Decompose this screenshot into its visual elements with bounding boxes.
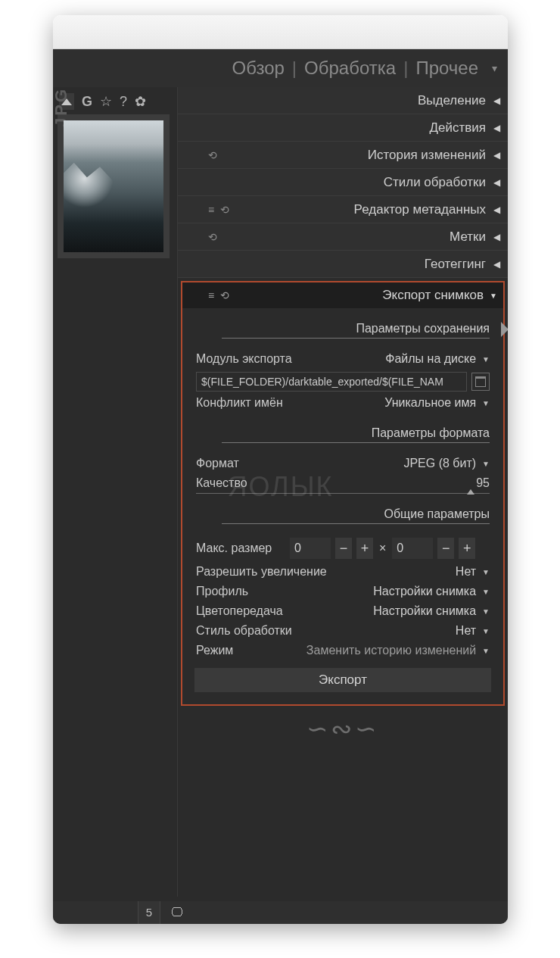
width-minus-button[interactable]: − <box>335 538 352 559</box>
height-plus-button[interactable]: + <box>459 538 475 559</box>
reset-icon[interactable]: ⟲ <box>208 149 217 161</box>
panel-header[interactable]: Действия◀ <box>178 114 508 142</box>
caret-down-icon: ▼ <box>490 292 497 300</box>
section-general-options: Общие параметры <box>222 507 490 524</box>
mode-label: Режим <box>196 644 306 657</box>
export-panel: ≡ ⟲ Экспорт снимков ▼ Параметры сохранен… <box>181 281 505 706</box>
dropdown-icon[interactable]: ▼ <box>482 355 490 364</box>
reset-icon[interactable]: ⟲ <box>220 204 229 216</box>
intent-label: Цветопередача <box>196 604 373 618</box>
export-path-input[interactable] <box>196 372 467 392</box>
panel-header[interactable]: Стили обработки◀ <box>178 169 508 196</box>
tab-separator: | <box>403 58 408 79</box>
max-size-label: Макс. размер <box>196 541 285 555</box>
panel-header[interactable]: ⟲Метки◀ <box>178 223 508 251</box>
panel-expand-handle[interactable] <box>501 322 508 337</box>
caret-left-icon: ◀ <box>493 150 500 161</box>
style-label: Стиль обработки <box>196 624 456 638</box>
slider-handle-icon[interactable] <box>467 489 474 495</box>
panel-title: Метки <box>450 229 486 245</box>
quality-slider[interactable]: Качество 95 <box>196 476 490 494</box>
tab-separator: | <box>292 58 297 79</box>
panel-header[interactable]: ≡⟲Редактор метаданных◀ <box>178 196 508 223</box>
star-icon[interactable]: ☆ <box>100 93 112 110</box>
tab-other[interactable]: Прочее <box>415 58 478 79</box>
display-icon[interactable]: 🖵 <box>171 906 183 919</box>
caret-left-icon: ◀ <box>493 95 500 106</box>
view-tabs: Обзор | Обработка | Прочее ▾ <box>53 49 508 87</box>
upscale-label: Разрешить увеличение <box>196 565 456 579</box>
caret-left-icon: ◀ <box>493 204 500 215</box>
menu-icon[interactable]: ≡ <box>208 204 214 216</box>
grouping-icon[interactable]: G <box>82 94 92 110</box>
format-label: Формат <box>196 457 403 470</box>
width-input[interactable] <box>290 538 331 559</box>
tab-darkroom[interactable]: Обработка <box>304 58 396 79</box>
thumbnail-image <box>64 120 163 252</box>
panel-title: История изменений <box>368 148 486 163</box>
style-value[interactable]: Нет <box>456 624 476 638</box>
section-storage-options: Параметры сохранения <box>222 322 490 339</box>
reset-icon[interactable]: ⟲ <box>220 289 229 301</box>
width-plus-button[interactable]: + <box>356 538 373 559</box>
panel-title: Выделение <box>418 93 486 108</box>
decorative-flourish-icon: ∽∾∽ <box>178 713 508 744</box>
format-value[interactable]: JPEG (8 бит) <box>403 457 476 470</box>
tab-lighttable[interactable]: Обзор <box>232 58 285 79</box>
panel-title: Геотеггинг <box>425 257 486 272</box>
caret-left-icon: ◀ <box>493 177 500 188</box>
dropdown-icon[interactable]: ▼ <box>482 588 490 596</box>
window-titlebar <box>53 15 508 49</box>
section-format-options: Параметры формата <box>222 426 490 443</box>
export-title: Экспорт снимков <box>382 288 484 303</box>
caret-left-icon: ◀ <box>493 232 500 242</box>
conflict-value[interactable]: Уникальное имя <box>384 396 476 410</box>
dropdown-icon[interactable]: ▼ <box>482 568 490 576</box>
upscale-value[interactable]: Нет <box>456 565 476 579</box>
height-input[interactable] <box>392 538 433 559</box>
export-module-label: Модуль экспорта <box>196 352 385 366</box>
image-count: 5 <box>138 901 160 924</box>
times-symbol: × <box>379 541 386 555</box>
panel-header[interactable]: Геотеггинг◀ <box>178 251 508 278</box>
export-module-value[interactable]: Файлы на диске <box>385 352 476 366</box>
quality-label: Качество <box>196 476 476 490</box>
chevron-down-icon[interactable]: ▾ <box>492 62 497 74</box>
mode-value[interactable]: Заменить историю изменений <box>306 644 476 657</box>
left-toolbar: G ☆ ? ✿ <box>58 92 173 111</box>
height-minus-button[interactable]: − <box>437 538 454 559</box>
dropdown-icon[interactable]: ▼ <box>482 627 490 635</box>
thumbnail[interactable]: JPG <box>58 114 170 258</box>
help-icon[interactable]: ? <box>120 94 127 110</box>
export-panel-header[interactable]: ≡ ⟲ Экспорт снимков ▼ <box>182 282 503 308</box>
reset-icon[interactable]: ⟲ <box>208 231 217 243</box>
panel-title: Действия <box>430 120 486 136</box>
browse-button[interactable] <box>471 373 490 391</box>
dropdown-icon[interactable]: ▼ <box>482 647 490 655</box>
gear-icon[interactable]: ✿ <box>135 93 146 110</box>
dropdown-icon[interactable]: ▼ <box>482 399 490 407</box>
panel-title: Редактор метаданных <box>354 202 486 217</box>
intent-value[interactable]: Настройки снимка <box>373 604 476 618</box>
caret-left-icon: ◀ <box>493 259 500 270</box>
quality-value: 95 <box>476 476 490 490</box>
dropdown-icon[interactable]: ▼ <box>482 607 490 616</box>
profile-label: Профиль <box>196 585 373 598</box>
panel-title: Стили обработки <box>384 175 486 190</box>
profile-value[interactable]: Настройки снимка <box>373 585 476 598</box>
export-button[interactable]: Экспорт <box>194 668 491 692</box>
panel-header[interactable]: ⟲История изменений◀ <box>178 142 508 169</box>
menu-icon[interactable]: ≡ <box>208 289 214 301</box>
caret-left-icon: ◀ <box>493 123 500 133</box>
conflict-label: Конфликт имён <box>196 396 384 410</box>
panel-header[interactable]: Выделение◀ <box>178 87 508 114</box>
dropdown-icon[interactable]: ▼ <box>482 460 490 468</box>
